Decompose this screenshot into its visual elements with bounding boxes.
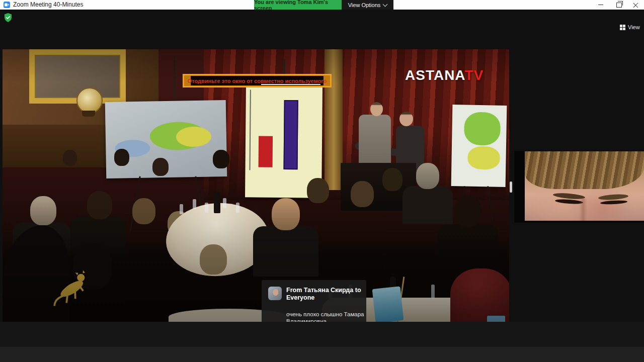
chevron-down-icon (383, 2, 388, 7)
panel-resize-handle[interactable] (510, 182, 512, 193)
meeting-stage: View (0, 10, 644, 322)
windows-taskbar: e КАЗ 15:11 02.12.2020 4 (0, 347, 644, 362)
minimize-button[interactable] (593, 0, 609, 10)
participant-eye (600, 200, 627, 205)
astana-tv-logo: ASTANATV (405, 67, 484, 83)
zoom-app-icon (4, 2, 10, 8)
close-icon (633, 2, 639, 8)
share-warning-text: Отодвиньте это окно от совместно использ… (188, 78, 327, 84)
maximize-button[interactable] (611, 0, 627, 10)
chat-sender: From Татьяна Скирда to Everyone (286, 287, 363, 302)
view-button-label: View (628, 24, 640, 30)
security-shield-icon[interactable] (4, 13, 12, 24)
participant-eyebrow (598, 194, 629, 201)
chat-avatar (268, 287, 282, 300)
window-titlebar: Zoom Meeting 40-Minutes You are viewing … (0, 0, 644, 10)
astana-tv-logo-main: ASTANA (405, 67, 465, 83)
view-options-button[interactable]: View Options (342, 0, 393, 10)
restore-icon (616, 3, 622, 8)
view-options-label: View Options (348, 2, 381, 8)
participant-hair (525, 151, 644, 189)
share-warning-inner: Отодвиньте это окно от совместно использ… (191, 76, 324, 85)
participant-nose-shadow (579, 199, 587, 221)
minimize-icon (598, 5, 603, 5)
zoom-toolbar: Mute Stop Video 43 Participants 1 Chat S… (0, 322, 644, 347)
screen: Zoom Meeting 40-Minutes You are viewing … (0, 0, 644, 362)
view-button[interactable]: View (620, 23, 640, 31)
participant-face (525, 151, 644, 221)
participant-video-tile[interactable] (514, 151, 644, 223)
chat-notification-popup[interactable]: From Татьяна Скирда to Everyone очень пл… (262, 280, 366, 328)
grid-icon (620, 25, 625, 30)
close-button[interactable] (628, 0, 644, 10)
share-warning-overlay: Отодвиньте это окно от совместно использ… (183, 74, 332, 87)
shadow-overlay (3, 49, 509, 325)
shared-screen-video: Отодвиньте это окно от совместно использ… (3, 49, 509, 325)
astana-tv-logo-accent: TV (465, 67, 484, 83)
screen-share-banner: You are viewing Toma Kim's screen (254, 0, 342, 10)
window-title: Zoom Meeting 40-Minutes (13, 1, 83, 8)
